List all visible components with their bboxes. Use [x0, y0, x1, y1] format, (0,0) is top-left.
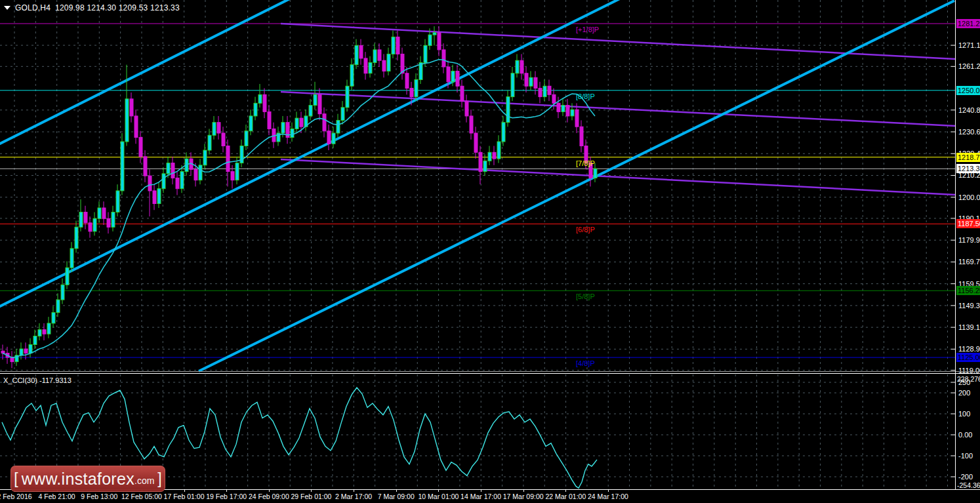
- cci-indicator-label: X_CCI(30) -117.9313: [3, 376, 71, 384]
- y-axis-label: 1271.10: [958, 41, 980, 49]
- y-axis-label: 1210.20: [958, 171, 980, 179]
- chart-window: GOLD,H4 1209.98 1214.30 1209.53 1213.33 …: [0, 0, 980, 503]
- panel-separator-highlight: [0, 373, 980, 374]
- murrey-lines: [0, 24, 956, 357]
- watermark-site-name: www.instaforex: [22, 470, 134, 489]
- watermark-tld: .com: [134, 475, 154, 486]
- chart-title: GOLD,H4 1209.98 1214.30 1209.53 1213.33: [4, 3, 180, 12]
- instaforex-watermark: [www.instaforex.com]: [10, 466, 165, 492]
- y-axis-label: 1220.40: [958, 150, 980, 157]
- time-tick-mark: [269, 490, 270, 492]
- y-axis-label: 1190.10: [958, 214, 980, 222]
- y-axis-label: 1179.90: [958, 236, 980, 244]
- price-level-chip: 1250.00: [956, 86, 980, 95]
- time-axis-label: 17 Feb 01:00: [164, 493, 205, 500]
- y-axis-label: 1139.10: [958, 323, 980, 331]
- cci-min-label: -254.3609: [957, 481, 980, 489]
- time-axis-label: 17 Mar 09:00: [503, 493, 544, 500]
- time-tick-mark: [354, 490, 354, 492]
- y-axis-label: 1149.30: [958, 302, 980, 310]
- murrey-label: [7/8]P: [576, 159, 595, 167]
- time-axis-label: 2 Feb 2016: [0, 493, 32, 500]
- watermark-open-bracket: [: [14, 470, 18, 488]
- y-axis-label: 1230.60: [958, 128, 980, 136]
- cyan-trendlines[interactable]: [0, 0, 954, 371]
- time-axis-label: 29 Feb 01:00: [291, 493, 332, 500]
- y-axis-label: 1240.80: [958, 106, 980, 114]
- time-tick-mark: [481, 490, 481, 492]
- murrey-label: [6/8]P: [576, 226, 595, 233]
- price-chart-canvas[interactable]: [0, 0, 956, 372]
- murrey-label: [4/8]P: [576, 359, 595, 367]
- murrey-label: [8/8]P: [576, 92, 595, 100]
- cci-axis-label: 0.00: [958, 431, 972, 439]
- cci-max-label: 228.2769: [957, 375, 980, 383]
- cci-axis-label: 250: [958, 378, 970, 386]
- time-tick-mark: [565, 490, 566, 492]
- price-grid: [0, 0, 956, 372]
- time-tick-mark: [184, 490, 185, 492]
- time-axis-label: 9 Feb 13:00: [81, 493, 117, 500]
- time-tick-mark: [438, 490, 439, 492]
- time-tick-mark: [226, 490, 227, 492]
- symbol-period-label: GOLD,H4: [15, 3, 51, 12]
- y-axis-label: 1159.50: [958, 280, 980, 288]
- time-tick-mark: [311, 490, 312, 492]
- murrey-label: [+1/8]P: [576, 26, 599, 33]
- time-axis-label: 24 Feb 09:00: [249, 493, 289, 500]
- time-tick-mark: [608, 490, 609, 492]
- ohlc-values: 1209.98 1214.30 1209.53 1213.33: [55, 3, 180, 12]
- cci-axis-label: 100: [958, 410, 970, 418]
- y-axis-label: 1261.20: [958, 62, 980, 70]
- symbol-dropdown-icon[interactable]: [4, 6, 10, 10]
- watermark-close-bracket: ]: [157, 470, 161, 488]
- time-axis-label: 22 Mar 01:00: [545, 493, 586, 500]
- cci-axis-label: -200: [958, 473, 973, 481]
- time-axis-label: 24 Mar 17:00: [588, 493, 628, 500]
- time-axis-label: 14 Mar 17:00: [460, 493, 501, 500]
- y-axis-label: 1128.90: [958, 345, 980, 353]
- time-tick-mark: [396, 490, 397, 492]
- time-axis-label: 7 Mar 09:00: [378, 493, 415, 500]
- time-axis-label: 19 Feb 17:00: [206, 493, 247, 500]
- price-level-chip: 1187.50: [956, 219, 980, 228]
- current-price-chip: 1213.33: [956, 164, 980, 173]
- murrey-label: [5/8]P: [576, 292, 595, 300]
- time-axis-label: 4 Feb 21:00: [39, 493, 75, 500]
- price-level-chip: 1218.75: [956, 153, 980, 162]
- price-level-chip: 1156.25: [956, 286, 980, 295]
- cci-axis-label: -100: [958, 452, 973, 460]
- price-level-chip: 1125.00: [956, 353, 980, 362]
- time-tick-mark: [523, 490, 524, 492]
- y-axis-label: 1169.70: [958, 258, 980, 266]
- time-axis-label: 2 Mar 17:00: [335, 493, 372, 500]
- time-axis-label: 10 Mar 01:00: [418, 493, 459, 500]
- panel-separator-top[interactable]: [0, 371, 980, 372]
- price-level-chip: 1281.25: [956, 19, 980, 28]
- y-axis-label: 1200.00: [958, 193, 980, 201]
- time-axis-label: 12 Feb 05:00: [121, 493, 162, 500]
- price-axis-border: [955, 0, 956, 489]
- cci-axis-label: 200: [958, 389, 970, 397]
